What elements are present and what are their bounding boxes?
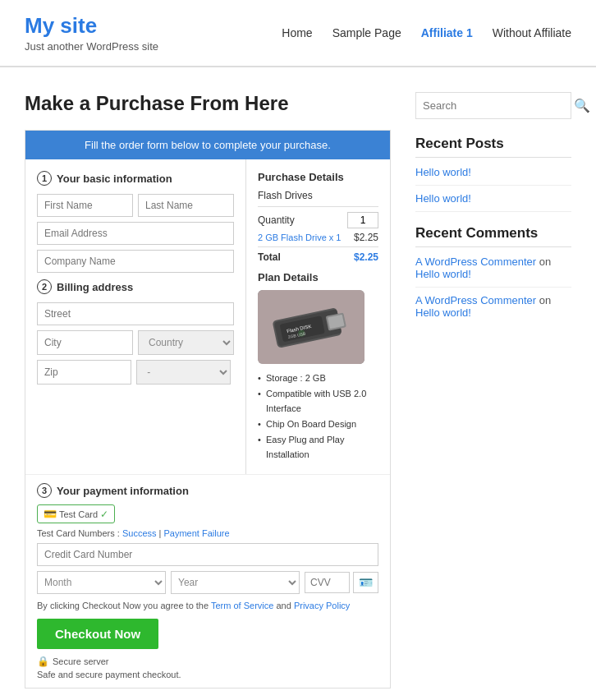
nav-home[interactable]: Home [282, 26, 312, 39]
terms-text: By clicking Checkout Now you agree to th… [37, 601, 378, 610]
product-row: 2 GB Flash Drive x 1 $2.25 [258, 232, 378, 243]
product-row-label: 2 GB Flash Drive x 1 [258, 233, 341, 242]
safe-text: Safe and secure payment checkout. [37, 670, 378, 679]
comment-2: A WordPress Commenter on Hello world! [415, 294, 571, 319]
form-right: Purchase Details Flash Drives Quantity 2… [246, 159, 390, 474]
bullet-3: Chip On Board Design [258, 417, 378, 432]
card-check-icon: ✓ [100, 509, 108, 520]
company-input[interactable] [37, 250, 234, 273]
street-input[interactable] [37, 302, 234, 325]
section1-label: 1 Your basic information [37, 171, 234, 186]
bullet-1: Storage : 2 GB [258, 371, 378, 386]
city-input[interactable] [37, 330, 133, 355]
cvv-input[interactable] [305, 572, 350, 593]
cvv-row: 🪪 [305, 572, 378, 593]
sidebar: 🔍 Recent Posts Hello world! Hello world!… [415, 92, 571, 688]
section3-num: 3 [37, 483, 52, 498]
post-link-2[interactable]: Hello world! [415, 192, 571, 205]
zip-input[interactable] [37, 360, 131, 385]
plan-bullets: Storage : 2 GB Compatible with USB 2.0 I… [258, 371, 378, 463]
privacy-link[interactable]: Privacy Policy [294, 601, 350, 610]
purchase-details-title: Purchase Details [258, 171, 378, 183]
form-left: 1 Your basic information [25, 159, 246, 474]
site-tagline: Just another WordPress site [25, 40, 158, 53]
commenter-link-2[interactable]: A WordPress Commenter [415, 294, 536, 306]
page-title: Make a Purchase From Here [25, 92, 391, 115]
recent-posts-title: Recent Posts [415, 136, 571, 158]
product-price: $2.25 [354, 232, 378, 243]
site-branding: My site Just another WordPress site [25, 13, 158, 53]
terms-link[interactable]: Term of Service [211, 601, 273, 610]
lock-icon: 🔒 [37, 656, 49, 667]
content-area: Make a Purchase From Here Fill the order… [25, 92, 391, 688]
quantity-label: Quantity [258, 214, 295, 226]
main-nav: Home Sample Page Affiliate 1 Without Aff… [282, 26, 571, 39]
section2-num: 2 [37, 279, 52, 294]
cvv-icon: 🪪 [353, 572, 378, 593]
total-row: Total $2.25 [258, 246, 378, 263]
street-row [37, 302, 234, 325]
name-row [37, 194, 234, 217]
card-icons: 💳 Test Card ✓ [37, 504, 378, 523]
quantity-row: Quantity [258, 212, 378, 228]
section1-num: 1 [37, 171, 52, 186]
test-card-text: Test Card Numbers : Success | Payment Fa… [37, 528, 378, 538]
comment-post-link-1[interactable]: Hello world! [415, 268, 471, 280]
email-input[interactable] [37, 222, 234, 245]
comment-1: A WordPress Commenter on Hello world! [415, 256, 571, 280]
comment-post-link-2[interactable]: Hello world! [415, 306, 471, 319]
total-label: Total [258, 251, 281, 263]
failure-link[interactable]: Payment Failure [164, 528, 230, 538]
nav-sample-page[interactable]: Sample Page [332, 26, 401, 39]
country-select[interactable]: Country [138, 330, 234, 355]
search-button[interactable]: 🔍 [567, 93, 596, 118]
last-name-input[interactable] [138, 194, 234, 217]
bullet-4: Easy Plug and Play Installation [258, 432, 378, 463]
main-content: Make a Purchase From Here Fill the order… [0, 67, 596, 700]
flash-drive-image: Flash DISK 2GB USB [258, 290, 364, 364]
section3-label: 3 Your payment information [37, 483, 378, 498]
zip-row: - [37, 360, 234, 385]
first-name-input[interactable] [37, 194, 133, 217]
year-select[interactable]: Year [171, 571, 300, 594]
company-row [37, 250, 234, 273]
success-link[interactable]: Success [122, 528, 157, 538]
test-card-icon: 💳 Test Card ✓ [37, 504, 115, 523]
total-price: $2.25 [354, 251, 378, 263]
secure-text: 🔒 Secure server [37, 656, 378, 667]
nav-without-affiliate[interactable]: Without Affiliate [493, 26, 571, 39]
email-row [37, 222, 234, 245]
checkout-button[interactable]: Checkout Now [37, 619, 158, 649]
search-input[interactable] [416, 93, 567, 118]
commenter-link-1[interactable]: A WordPress Commenter [415, 256, 536, 268]
search-box: 🔍 [415, 92, 571, 119]
order-box-header: Fill the order form below to complete yo… [25, 131, 390, 159]
payment-row2: Month Year 🪪 [37, 571, 378, 594]
form-columns: 1 Your basic information [25, 159, 390, 474]
city-country-row: Country [37, 330, 234, 355]
recent-comments-title: Recent Comments [415, 225, 571, 247]
dash-select[interactable]: - [136, 360, 231, 385]
plan-details-title: Plan Details [258, 271, 378, 283]
header: My site Just another WordPress site Home… [0, 0, 596, 67]
site-title: My site [25, 13, 158, 39]
product-title: Flash Drives [258, 190, 378, 207]
bullet-2: Compatible with USB 2.0 Interface [258, 386, 378, 417]
payment-section: 3 Your payment information 💳 Test Card ✓… [25, 474, 390, 688]
nav-affiliate1[interactable]: Affiliate 1 [421, 26, 473, 39]
quantity-input[interactable] [347, 212, 378, 228]
post-link-1[interactable]: Hello world! [415, 166, 571, 178]
section2-label: 2 Billing address [37, 279, 234, 294]
credit-card-input[interactable] [37, 543, 378, 566]
month-select[interactable]: Month [37, 571, 166, 594]
order-box: Fill the order form below to complete yo… [25, 130, 391, 688]
card-label: Test Card [59, 509, 98, 519]
